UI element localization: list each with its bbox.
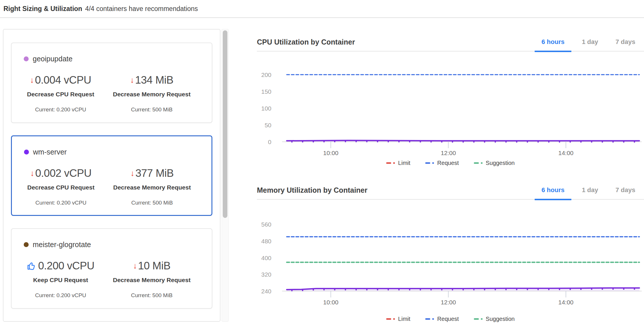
container-color-dot: [24, 56, 29, 61]
request-dot-icon: [432, 318, 434, 320]
cpu-current-value: Current: 0.200 vCPU: [35, 292, 86, 299]
arrow-down-icon: ↓: [133, 262, 137, 270]
legend-item-suggestion[interactable]: Suggestion: [474, 160, 515, 166]
svg-text:150: 150: [261, 88, 271, 95]
container-name: geoipupdate: [33, 55, 73, 63]
cpu-action-label: Keep CPU Request: [33, 277, 88, 284]
container-name: meister-glogrotate: [33, 240, 91, 249]
cpu-utilization-chart: 05010015020010:0012:0014:00: [257, 52, 644, 159]
legend-label: Limit: [398, 316, 410, 322]
memory-chart-title: Memory Utilization by Container: [257, 186, 533, 194]
charts-column: CPU Utilization by Container 6 hours 1 d…: [257, 33, 644, 323]
svg-text:480: 480: [261, 238, 271, 244]
cpu-recommendation: ↓ 0.004 vCPU Decrease CPU Request Curren…: [18, 74, 103, 113]
legend-item-request[interactable]: Request: [425, 316, 459, 322]
container-name: wm-server: [33, 148, 67, 156]
cpu-current-value: Current: 0.200 vCPU: [35, 200, 86, 206]
card-metrics: ↓ 0.002 vCPU Decrease CPU Request Curren…: [18, 167, 211, 206]
cpu-chart-block: CPU Utilization by Container 6 hours 1 d…: [257, 33, 644, 167]
legend-label: Request: [437, 316, 459, 322]
scrollbar-thumb[interactable]: [223, 30, 227, 218]
page-subtitle: 4/4 containers have recommendations: [85, 5, 198, 13]
memory-recommendation: ↓ 134 MiB Decrease Memory Request Curren…: [103, 74, 200, 113]
cpu-recommended-value: 0.002 vCPU: [35, 167, 92, 179]
page-title: Right Sizing & Utilization: [3, 5, 82, 13]
svg-text:240: 240: [261, 288, 271, 295]
memory-current-value: Current: 500 MiB: [131, 292, 173, 299]
tab-6-hours[interactable]: 6 hours: [533, 33, 573, 51]
tab-7-days[interactable]: 7 days: [607, 181, 644, 199]
memory-recommended-value: 134 MiB: [135, 74, 173, 86]
arrow-down-icon: ↓: [130, 169, 135, 177]
cpu-action-label: Decrease CPU Request: [27, 184, 94, 191]
container-card-wm-server[interactable]: wm-server ↓ 0.002 vCPU Decrease CPU Requ…: [11, 135, 212, 216]
tab-6-hours[interactable]: 6 hours: [533, 181, 573, 199]
cpu-action-label: Decrease CPU Request: [27, 91, 94, 98]
svg-text:14:00: 14:00: [558, 150, 574, 156]
limit-dot-icon: [393, 162, 395, 164]
legend-item-request[interactable]: Request: [425, 160, 459, 166]
svg-text:14:00: 14:00: [558, 299, 574, 306]
card-metrics: 0.200 vCPU Keep CPU Request Current: 0.2…: [18, 260, 212, 299]
cpu-chart-title: CPU Utilization by Container: [257, 38, 533, 46]
container-color-dot: [24, 242, 29, 247]
container-color-dot: [24, 150, 29, 155]
arrow-down-icon: ↓: [130, 76, 134, 84]
request-dash-icon: [425, 318, 430, 320]
card-header: meister-glogrotate: [24, 240, 212, 249]
memory-recommended-value: 377 MiB: [135, 167, 174, 179]
limit-dash-icon: [386, 318, 391, 320]
cpu-chart-header: CPU Utilization by Container 6 hours 1 d…: [257, 33, 644, 52]
svg-text:320: 320: [261, 271, 271, 278]
scrollbar-track[interactable]: [222, 29, 229, 322]
svg-text:400: 400: [261, 255, 271, 261]
svg-text:12:00: 12:00: [441, 150, 456, 156]
memory-chart-header: Memory Utilization by Container 6 hours …: [257, 181, 644, 200]
svg-text:12:00: 12:00: [441, 299, 456, 306]
container-card-partial[interactable]: [11, 321, 212, 322]
limit-dash-icon: [386, 162, 391, 164]
cpu-current-value: Current: 0.200 vCPU: [35, 106, 86, 113]
arrow-down-icon: ↓: [30, 76, 34, 84]
suggestion-dot-icon: [481, 318, 483, 320]
memory-current-value: Current: 500 MiB: [131, 200, 173, 206]
container-card-geoipupdate[interactable]: geoipupdate ↓ 0.004 vCPU Decrease CPU Re…: [11, 43, 212, 123]
cpu-recommendation: 0.200 vCPU Keep CPU Request Current: 0.2…: [18, 260, 103, 299]
svg-text:200: 200: [261, 71, 271, 78]
svg-text:10:00: 10:00: [323, 299, 338, 306]
memory-chart-legend: Limit Request Suggestion: [257, 315, 644, 323]
cpu-recommendation: ↓ 0.002 vCPU Decrease CPU Request Curren…: [18, 167, 104, 206]
memory-current-value: Current: 500 MiB: [131, 106, 173, 113]
legend-label: Request: [437, 160, 459, 166]
card-header: geoipupdate: [24, 55, 212, 63]
svg-text:560: 560: [261, 221, 271, 228]
tab-1-day[interactable]: 1 day: [573, 181, 607, 199]
memory-recommended-value: 10 MiB: [138, 260, 170, 272]
legend-label: Suggestion: [486, 316, 515, 322]
memory-utilization-chart: 24032040048056010:0012:0014:00: [257, 200, 644, 310]
suggestion-dot-icon: [481, 162, 483, 164]
request-dash-icon: [425, 162, 430, 164]
legend-label: Suggestion: [486, 160, 515, 166]
limit-dot-icon: [393, 318, 395, 320]
page-header: Right Sizing & Utilization 4/4 container…: [0, 0, 644, 18]
memory-recommendation: ↓ 377 MiB Decrease Memory Request Curren…: [104, 167, 200, 206]
card-metrics: ↓ 0.004 vCPU Decrease CPU Request Curren…: [18, 74, 212, 113]
svg-text:10:00: 10:00: [323, 150, 338, 156]
cpu-recommended-value: 0.200 vCPU: [38, 260, 95, 272]
tab-1-day[interactable]: 1 day: [573, 33, 607, 51]
svg-text:100: 100: [261, 105, 271, 112]
cpu-recommended-value: 0.004 vCPU: [35, 74, 91, 86]
legend-item-suggestion[interactable]: Suggestion: [474, 316, 515, 322]
legend-item-limit[interactable]: Limit: [386, 160, 410, 166]
container-card-meister-glogrotate[interactable]: meister-glogrotate 0.200 vCPU Keep CPU R…: [11, 228, 212, 309]
memory-action-label: Decrease Memory Request: [113, 184, 191, 191]
legend-item-limit[interactable]: Limit: [386, 316, 410, 322]
memory-action-label: Decrease Memory Request: [113, 91, 190, 98]
svg-text:50: 50: [265, 122, 271, 128]
svg-text:0: 0: [268, 139, 271, 145]
legend-label: Limit: [398, 160, 410, 166]
arrow-down-icon: ↓: [30, 169, 34, 177]
tab-7-days[interactable]: 7 days: [607, 33, 644, 51]
request-dot-icon: [432, 162, 434, 164]
